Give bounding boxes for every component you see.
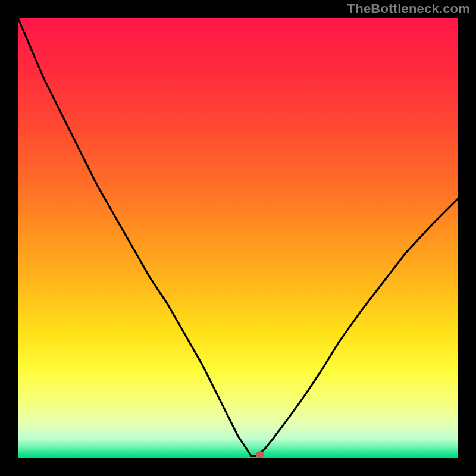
- gradient-background: [18, 18, 458, 458]
- watermark-text: TheBottleneck.com: [347, 1, 470, 17]
- optimum-marker: [256, 451, 264, 458]
- chart-frame: TheBottleneck.com: [0, 0, 476, 476]
- plot-area: [18, 18, 458, 458]
- chart-svg: [18, 18, 458, 458]
